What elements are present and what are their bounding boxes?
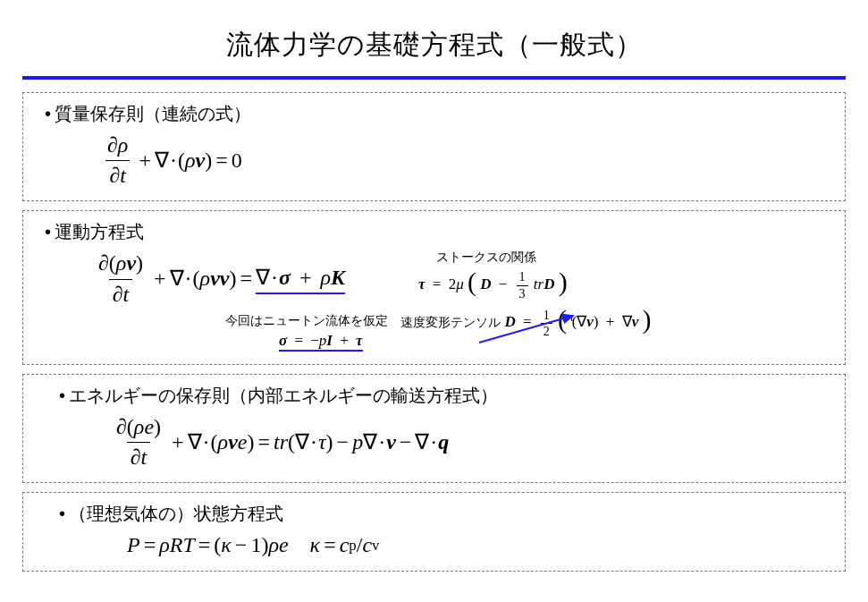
def-tensor-row: 速度変形テンソル D = 12 ( t(∇v) + ∇v ): [400, 305, 830, 339]
equation-state: P = ρRT = (κ−1)ρe κ = cp / cv: [127, 531, 830, 559]
block-state: （理想気体の）状態方程式 P = ρRT = (κ−1)ρe κ = cp / …: [22, 492, 846, 571]
def-tensor-label: 速度変形テンソル: [400, 315, 501, 329]
heading-energy: エネルギーの保存則（内部エネルギーの輸送方程式）: [59, 384, 830, 408]
heading-state: （理想気体の）状態方程式: [59, 502, 830, 526]
newton-note: 今回はニュートン流体を仮定: [225, 313, 388, 327]
heading-mass: 質量保存則（連続の式）: [45, 102, 830, 126]
stokes-label: ストークスの関係: [436, 250, 830, 266]
equation-energy: ∂(ρe) ∂t + ∇· (ρve) = tr(∇·τ) − p∇·v − ∇…: [109, 413, 830, 471]
block-mass: 質量保存則（連続の式） ∂ρ ∂t + ∇ · (ρv) = 0: [22, 92, 846, 201]
page-title: 流体力学の基礎方程式（一般式）: [22, 27, 846, 64]
block-energy: エネルギーの保存則（内部エネルギーの輸送方程式） ∂(ρe) ∂t + ∇· (…: [22, 374, 846, 483]
momentum-side: ストークスの関係 τ = 2μ ( D − 13 trD ) 速度変形テンソル …: [400, 250, 830, 339]
equation-momentum: ∂(ρv) ∂t + ∇· (ρvv) = ∇·σ + ρK: [91, 250, 388, 308]
title-rule: [22, 76, 846, 80]
heading-momentum: 運動方程式: [45, 220, 830, 244]
equation-def-tensor: D = 12 ( t(∇v) + ∇v ): [504, 313, 651, 330]
newton-note-row: 今回はニュートン流体を仮定: [225, 312, 388, 329]
equation-stokes: τ = 2μ ( D − 13 trD ): [418, 267, 830, 301]
slide: 流体力学の基礎方程式（一般式） 質量保存則（連続の式） ∂ρ ∂t + ∇ · …: [0, 0, 868, 602]
block-momentum: 運動方程式 ∂(ρv) ∂t + ∇· (ρvv) = ∇·σ + ρK: [22, 210, 846, 365]
equation-mass: ∂ρ ∂t + ∇ · (ρv) = 0: [100, 131, 830, 190]
equation-sigma-def: σ = −pI + τ: [279, 331, 388, 350]
